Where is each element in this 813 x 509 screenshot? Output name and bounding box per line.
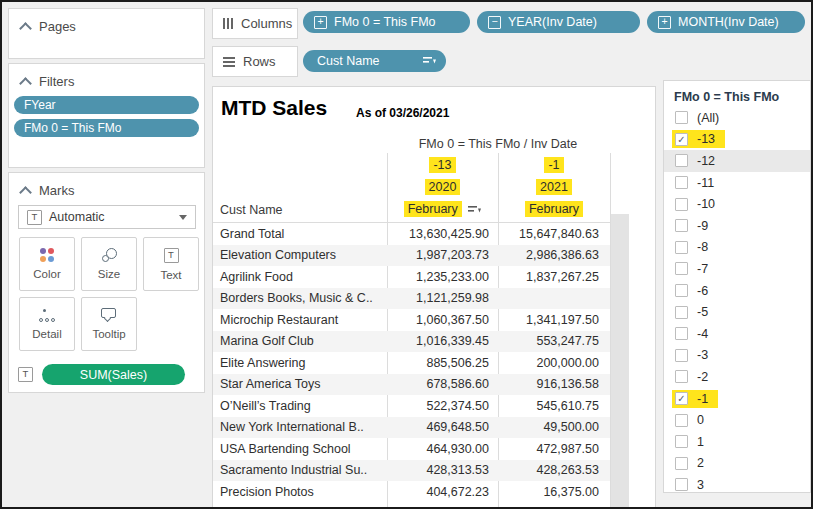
checkbox-icon[interactable] [675, 370, 688, 383]
checkbox-icon[interactable] [675, 154, 688, 167]
table-row[interactable]: Elite Answering885,506.25200,000.00 [213, 352, 610, 374]
plus-box-icon[interactable]: + [658, 16, 671, 29]
cell-feb-2021[interactable]: 2,986,386.63 [498, 248, 608, 262]
table-row[interactable]: Borders Books, Music & C..1,121,259.98 [213, 288, 610, 310]
checkbox-icon[interactable] [675, 306, 688, 319]
cell-feb-2021[interactable]: 49,500.00 [498, 420, 608, 434]
cell-feb-2020[interactable]: 1,016,339.45 [387, 334, 498, 348]
filter-item-all[interactable]: (All) [664, 107, 810, 129]
checkbox-icon[interactable] [675, 198, 688, 211]
checkbox-icon[interactable] [675, 435, 688, 448]
filter-item--4[interactable]: -4 [664, 323, 810, 345]
column-field-label[interactable]: FMo 0 = This FMo / Inv Date [387, 137, 609, 151]
row-label[interactable]: Elevation Computers [213, 248, 387, 262]
cell-feb-2020[interactable]: 469,648.50 [387, 420, 498, 434]
pill-cust-name[interactable]: Cust Name [303, 50, 446, 72]
vertical-scrollbar[interactable] [611, 214, 629, 509]
collapse-chevron-icon[interactable] [19, 77, 32, 90]
cell-feb-2021[interactable]: 916,136.58 [498, 377, 608, 391]
checkbox-checked-icon[interactable]: ✓ [675, 392, 688, 405]
cell-feb-2021[interactable]: 1,341,197.50 [498, 313, 608, 327]
tooltip-button[interactable]: Tooltip [81, 297, 137, 351]
row-field-label[interactable]: Cust Name [220, 203, 283, 217]
table-row[interactable]: O’Neill’s Trading522,374.50545,610.75 [213, 395, 610, 417]
pill-fmo-this-fmo[interactable]: + FMo 0 = This FMo [303, 11, 470, 33]
filter-item--2[interactable]: -2 [664, 366, 810, 388]
filter-pill-fyear[interactable]: FYear [14, 96, 199, 114]
checkbox-icon[interactable] [675, 478, 688, 491]
row-label[interactable]: USA Bartending School [213, 442, 387, 456]
column-header-2021[interactable]: -1 2021 February [499, 154, 609, 220]
cell-feb-2020[interactable]: 1,121,259.98 [387, 291, 498, 305]
filter-item--13[interactable]: ✓-13 [664, 129, 810, 151]
filter-item-0[interactable]: 0 [664, 409, 810, 431]
year-header-value[interactable]: 2020 [425, 179, 461, 195]
cell-feb-2021[interactable]: 200,000.00 [498, 356, 608, 370]
cell-feb-2021[interactable]: 472,987.50 [498, 442, 608, 456]
row-label[interactable]: O’Neill’s Trading [213, 399, 387, 413]
filter-item-1[interactable]: 1 [664, 431, 810, 453]
filter-item--3[interactable]: -3 [664, 345, 810, 367]
cell-feb-2020[interactable]: 678,586.60 [387, 377, 498, 391]
table-row[interactable]: Elevation Computers1,987,203.732,986,386… [213, 245, 610, 267]
row-label[interactable]: New York International B.. [213, 420, 387, 434]
month-header-value[interactable]: February [404, 201, 462, 217]
sum-sales-pill[interactable]: SUM(Sales) [42, 364, 185, 385]
collapse-chevron-icon[interactable] [19, 186, 32, 199]
table-row[interactable]: Sacramento Industrial Su..428,313.53428,… [213, 460, 610, 482]
year-header-value[interactable]: 2021 [536, 179, 572, 195]
cell-feb-2020[interactable]: 428,313.53 [387, 463, 498, 477]
row-label[interactable]: Borders Books, Music & C.. [213, 291, 387, 305]
pill-year-inv-date[interactable]: − YEAR(Inv Date) [477, 11, 640, 33]
row-label[interactable]: Sacramento Industrial Su.. [213, 463, 387, 477]
cell-feb-2020[interactable]: 1,987,203.73 [387, 248, 498, 262]
checkbox-icon[interactable] [675, 327, 688, 340]
row-label[interactable]: Elite Answering [213, 356, 387, 370]
filter-item--12[interactable]: -12 [664, 150, 810, 172]
checkbox-icon[interactable] [675, 176, 688, 189]
filter-item-3[interactable]: 3 [664, 474, 810, 496]
checkbox-icon[interactable] [675, 262, 688, 275]
table-row[interactable]: New York International B..469,648.5049,5… [213, 417, 610, 439]
cell-feb-2020[interactable]: 885,506.25 [387, 356, 498, 370]
checkbox-icon[interactable] [675, 414, 688, 427]
color-button[interactable]: Color [19, 237, 75, 291]
cell-feb-2021[interactable]: 1,837,267.25 [498, 270, 608, 284]
cell-feb-2021[interactable]: 553,247.75 [498, 334, 608, 348]
cell-feb-2021[interactable]: 16,375.00 [498, 485, 608, 499]
checkbox-icon[interactable] [675, 111, 688, 124]
cell-feb-2020[interactable]: 1,060,367.50 [387, 313, 498, 327]
table-row[interactable]: Precision Photos404,672.2316,375.00 [213, 481, 610, 503]
checkbox-icon[interactable] [675, 284, 688, 297]
checkbox-checked-icon[interactable]: ✓ [675, 133, 688, 146]
sort-descending-icon[interactable] [468, 205, 481, 215]
cell-feb-2020[interactable]: 522,374.50 [387, 399, 498, 413]
filter-item--10[interactable]: -10 [664, 193, 810, 215]
table-row[interactable]: Grand Total13,630,425.9015,647,840.63 [213, 223, 610, 245]
filter-item--9[interactable]: -9 [664, 215, 810, 237]
filter-item--8[interactable]: -8 [664, 237, 810, 259]
collapse-chevron-icon[interactable] [19, 22, 32, 35]
filter-pill-fmo[interactable]: FMo 0 = This FMo [14, 119, 199, 137]
row-label[interactable]: Agrilink Food [213, 270, 387, 284]
cell-feb-2020[interactable]: 404,672.23 [387, 485, 498, 499]
filter-item--6[interactable]: -6 [664, 280, 810, 302]
filter-item--11[interactable]: -11 [664, 172, 810, 194]
sort-descending-icon[interactable] [423, 56, 436, 66]
mark-type-dropdown[interactable]: T Automatic [18, 205, 196, 229]
size-button[interactable]: Size [81, 237, 137, 291]
plus-box-icon[interactable]: + [314, 16, 327, 29]
cell-feb-2021[interactable]: 428,263.53 [498, 463, 608, 477]
cell-feb-2020[interactable]: 13,630,425.90 [387, 227, 498, 241]
fmo-header-value[interactable]: -1 [544, 157, 563, 173]
row-label[interactable]: Precision Photos [213, 485, 387, 499]
detail-button[interactable]: Detail [19, 297, 75, 351]
filter-item--1[interactable]: ✓-1 [664, 388, 810, 410]
fmo-header-value[interactable]: -13 [429, 157, 455, 173]
checkbox-icon[interactable] [675, 219, 688, 232]
checkbox-icon[interactable] [675, 457, 688, 470]
row-label[interactable]: Marina Golf Club [213, 334, 387, 348]
table-row[interactable]: Star America Toys678,586.60916,136.58 [213, 374, 610, 396]
month-header-value[interactable]: February [525, 201, 583, 217]
cell-feb-2020[interactable]: 464,930.00 [387, 442, 498, 456]
